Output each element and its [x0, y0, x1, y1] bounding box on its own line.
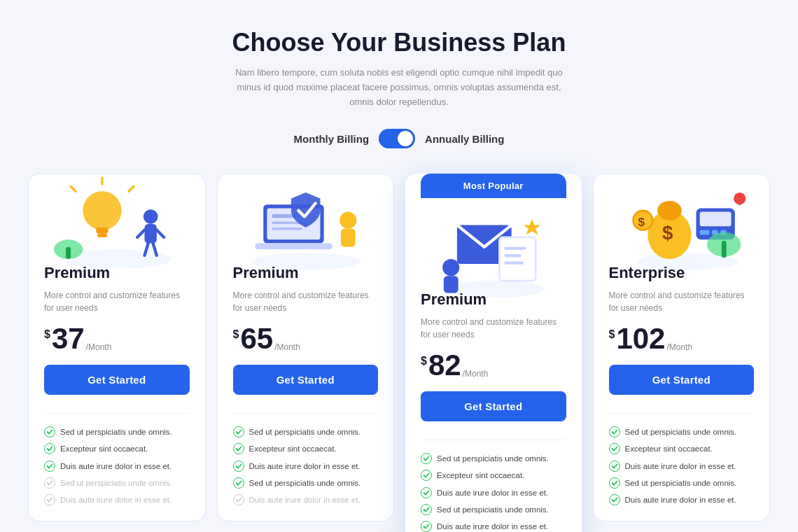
feature-text-0-2: Duis aute irure dolor in esse et.: [60, 461, 172, 472]
price-dollar-3: $: [609, 328, 615, 341]
feature-check-3-4: [609, 494, 620, 505]
plan-illustration-2: [421, 218, 566, 281]
feature-text-0-1: Excepteur sint occaecat.: [60, 443, 148, 454]
feature-check-3-3: [609, 477, 620, 489]
svg-point-30: [442, 259, 459, 276]
feature-text-1-2: Duis aute irure dolor in esse et.: [249, 461, 360, 472]
svg-rect-29: [504, 262, 524, 265]
feature-item-3-2: Duis aute irure dolor in esse et.: [609, 461, 755, 472]
feature-item-0-3: Sed ut perspiciatis unde omnis.: [44, 477, 190, 489]
feature-check-2-4: [421, 521, 432, 532]
svg-rect-26: [499, 237, 536, 281]
price-amount-0: 37: [52, 324, 85, 354]
price-dollar-2: $: [421, 355, 427, 368]
plan-divider-0: [44, 413, 190, 414]
features-list-3: Sed ut perspiciatis unde omnis. Excepteu…: [609, 426, 755, 505]
get-started-button-2[interactable]: Get Started: [421, 391, 566, 421]
feature-text-2-2: Duis aute irure dolor in esse et.: [437, 487, 548, 498]
feature-item-1-3: Sed ut perspiciatis unde omnis.: [233, 477, 379, 489]
svg-rect-43: [721, 241, 726, 258]
price-amount-3: 102: [616, 324, 665, 354]
page-title: Choose Your Business Plan: [231, 28, 567, 57]
billing-toggle-section: Monthly Billing Annually Billing: [294, 129, 505, 148]
get-started-button-0[interactable]: Get Started: [44, 365, 190, 395]
feature-text-2-1: Excepteur sint occaecat.: [437, 470, 524, 481]
feature-check-0-3: [44, 477, 55, 489]
feature-check-1-2: [233, 461, 244, 472]
price-amount-2: 82: [428, 351, 461, 380]
plan-illustration-0: [44, 191, 190, 254]
plan-card-plan-2: PremiumMore control and customize featur…: [217, 174, 395, 521]
billing-toggle[interactable]: [379, 129, 415, 148]
svg-text:$: $: [662, 223, 673, 244]
svg-rect-18: [255, 244, 332, 250]
svg-point-22: [340, 212, 356, 229]
svg-point-35: [657, 201, 682, 220]
feature-item-1-1: Excepteur sint occaecat.: [233, 443, 379, 454]
feature-check-2-2: [421, 487, 432, 498]
svg-rect-21: [272, 227, 302, 230]
svg-rect-9: [97, 234, 107, 237]
feature-item-0-2: Duis aute irure dolor in esse et.: [44, 461, 190, 472]
plans-container: PremiumMore control and customize featur…: [28, 174, 770, 532]
feature-text-3-0: Sed ut perspiciatis unde omnis.: [625, 426, 737, 438]
plan-description-0: More control and customize features for …: [44, 289, 190, 314]
svg-rect-23: [340, 229, 355, 247]
feature-item-1-2: Duis aute irure dolor in esse et.: [233, 461, 379, 472]
feature-check-2-0: [421, 453, 432, 464]
feature-text-3-1: Excepteur sint occaecat.: [625, 443, 713, 454]
feature-check-3-2: [609, 461, 620, 472]
features-list-1: Sed ut perspiciatis unde omnis. Excepteu…: [233, 426, 379, 505]
svg-line-4: [157, 230, 164, 237]
svg-point-1: [144, 209, 158, 224]
feature-text-2-3: Sed ut perspiciatis unde omnis.: [437, 504, 549, 515]
price-period-3: /Month: [666, 342, 692, 352]
feature-text-3-4: Duis aute irure dolor in esse et.: [625, 494, 736, 505]
feature-item-2-0: Sed ut perspiciatis unde omnis.: [421, 453, 566, 464]
feature-item-3-3: Sed ut perspiciatis unde omnis.: [609, 477, 755, 489]
plan-name-0: Premium: [44, 264, 190, 282]
feature-check-0-4: [44, 494, 55, 505]
plan-price-3: $ 102 /Month: [609, 324, 755, 354]
svg-rect-2: [145, 224, 157, 244]
svg-rect-39: [699, 230, 709, 235]
feature-check-3-1: [609, 443, 620, 454]
feature-item-0-0: Sed ut perspiciatis unde omnis.: [44, 426, 190, 438]
plan-price-1: $ 65 /Month: [233, 324, 379, 354]
feature-check-0-2: [44, 461, 55, 472]
plan-name-3: Enterprise: [609, 264, 755, 282]
monthly-billing-label: Monthly Billing: [294, 133, 369, 145]
feature-item-1-4: Duis aute irure dolor in esse et.: [233, 494, 379, 505]
feature-item-3-0: Sed ut perspiciatis unde omnis.: [609, 426, 755, 438]
page-header: Choose Your Business Plan Nam libero tem…: [231, 28, 567, 109]
price-amount-1: 65: [240, 324, 273, 354]
get-started-button-3[interactable]: Get Started: [609, 365, 755, 395]
price-period-2: /Month: [463, 369, 489, 379]
features-list-0: Sed ut perspiciatis unde omnis. Excepteu…: [44, 426, 190, 505]
feature-text-0-3: Sed ut perspiciatis unde omnis.: [60, 477, 172, 489]
feature-item-2-3: Sed ut perspiciatis unde omnis.: [421, 504, 566, 515]
feature-text-1-3: Sed ut perspiciatis unde omnis.: [249, 477, 361, 489]
feature-check-0-1: [44, 443, 55, 454]
feature-text-1-1: Excepteur sint occaecat.: [249, 443, 337, 454]
feature-item-3-1: Excepteur sint occaecat.: [609, 443, 755, 454]
feature-check-3-0: [609, 426, 620, 438]
feature-text-0-4: Duis aute irure dolor in esse et.: [60, 494, 172, 505]
feature-item-2-4: Duis aute irure dolor in esse et.: [421, 521, 566, 532]
popular-badge: Most Popular: [421, 174, 566, 198]
feature-check-1-0: [233, 426, 244, 438]
plan-name-2: Premium: [421, 290, 566, 309]
feature-check-1-3: [233, 477, 244, 489]
svg-line-3: [137, 230, 144, 237]
svg-rect-14: [66, 247, 71, 259]
features-list-2: Sed ut perspiciatis unde omnis. Excepteu…: [421, 453, 566, 531]
feature-item-0-4: Duis aute irure dolor in esse et.: [44, 494, 190, 505]
feature-item-0-1: Excepteur sint occaecat.: [44, 443, 190, 454]
page-subtitle: Nam libero tempore, cum soluta nobis est…: [231, 66, 567, 109]
feature-check-0-0: [44, 426, 55, 438]
plan-illustration-1: [233, 191, 379, 254]
plan-name-1: Premium: [233, 264, 379, 282]
svg-line-12: [129, 187, 134, 192]
svg-rect-27: [504, 247, 526, 250]
get-started-button-1[interactable]: Get Started: [233, 365, 379, 395]
